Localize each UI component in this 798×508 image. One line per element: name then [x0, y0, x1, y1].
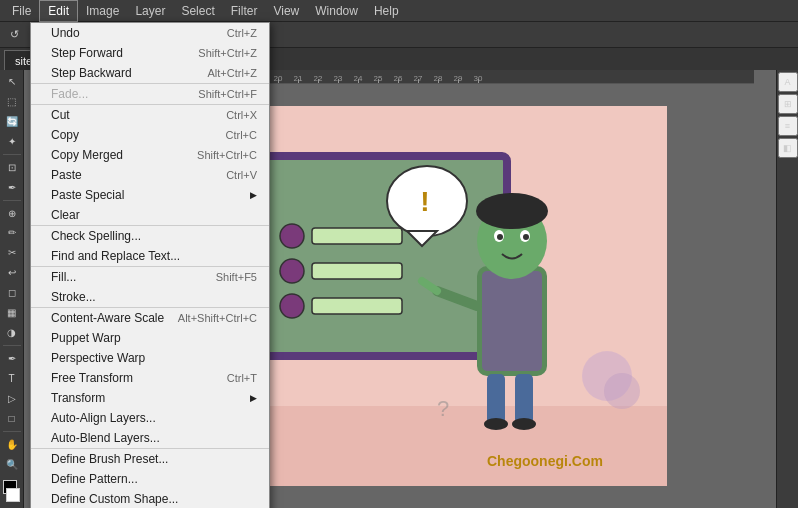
menu-clear[interactable]: Clear [31, 205, 269, 225]
menu-section-7: Define Brush Preset... Define Pattern...… [31, 449, 269, 508]
menu-cut-shortcut: Ctrl+X [226, 109, 257, 121]
menu-help[interactable]: Help [366, 0, 407, 22]
menu-select[interactable]: Select [173, 0, 222, 22]
tool-dodge[interactable]: ◑ [1, 323, 23, 342]
tool-divider-3 [3, 345, 21, 346]
menu-auto-blend-label: Auto-Blend Layers... [51, 431, 160, 445]
menu-section-3: Cut Ctrl+X Copy Ctrl+C Copy Merged Shift… [31, 105, 269, 226]
tool-move[interactable]: ↖ [1, 72, 23, 91]
menu-define-custom-shape[interactable]: Define Custom Shape... [31, 489, 269, 508]
menu-free-transform[interactable]: Free Transform Ctrl+T [31, 368, 269, 388]
menu-fade-label: Fade... [51, 87, 88, 101]
menu-filter[interactable]: Filter [223, 0, 266, 22]
menu-paste-special-label: Paste Special [51, 188, 124, 202]
svg-text:Chegoonegi.Com: Chegoonegi.Com [487, 453, 603, 469]
menu-content-aware-scale-shortcut: Alt+Shift+Ctrl+C [178, 312, 257, 324]
toolbar-undo[interactable]: ↺ [4, 24, 25, 46]
tick-25: 25 [368, 74, 388, 83]
menu-check-spelling[interactable]: Check Spelling... [31, 226, 269, 246]
menu-clear-label: Clear [51, 208, 80, 222]
svg-rect-7 [312, 228, 402, 244]
menu-image[interactable]: Image [78, 0, 127, 22]
menu-window[interactable]: Window [307, 0, 366, 22]
menu-file[interactable]: File [4, 0, 39, 22]
menu-paste-special[interactable]: Paste Special [31, 185, 269, 205]
menu-cut[interactable]: Cut Ctrl+X [31, 105, 269, 125]
menu-perspective-warp-label: Perspective Warp [51, 351, 145, 365]
menu-puppet-warp[interactable]: Puppet Warp [31, 328, 269, 348]
menu-define-custom-shape-label: Define Custom Shape... [51, 492, 178, 506]
svg-point-8 [280, 259, 304, 283]
menu-step-forward-shortcut: Shift+Ctrl+Z [198, 47, 257, 59]
menu-copy[interactable]: Copy Ctrl+C [31, 125, 269, 145]
panel-btn-2[interactable]: ⊞ [778, 94, 798, 114]
panel-btn-4[interactable]: ◧ [778, 138, 798, 158]
svg-text:?: ? [437, 396, 449, 421]
menu-edit[interactable]: Edit [39, 0, 78, 22]
menu-define-pattern[interactable]: Define Pattern... [31, 469, 269, 489]
tool-zoom[interactable]: 🔍 [1, 455, 23, 474]
color-swatches [1, 476, 22, 506]
tick-28: 28 [428, 74, 448, 83]
menu-undo[interactable]: Undo Ctrl+Z [31, 23, 269, 43]
menu-layer[interactable]: Layer [127, 0, 173, 22]
menu-paste[interactable]: Paste Ctrl+V [31, 165, 269, 185]
tool-path-select[interactable]: ▷ [1, 389, 23, 408]
tool-type[interactable]: T [1, 369, 23, 388]
svg-rect-14 [482, 271, 542, 371]
tool-shape[interactable]: □ [1, 409, 23, 428]
menu-auto-blend[interactable]: Auto-Blend Layers... [31, 428, 269, 448]
tools-panel: ↖ ⬚ 🔄 ✦ ⊡ ✒ ⊕ ✏ ✂ ↩ ◻ ▦ ◑ ✒ T ▷ □ ✋ 🔍 [0, 70, 24, 508]
menu-fill-shortcut: Shift+F5 [216, 271, 257, 283]
panel-btn-1[interactable]: A [778, 72, 798, 92]
tool-brush[interactable]: ✏ [1, 224, 23, 243]
tool-stamp[interactable]: ✂ [1, 243, 23, 262]
tool-heal[interactable]: ⊕ [1, 204, 23, 223]
menu-stroke[interactable]: Stroke... [31, 287, 269, 307]
menu-copy-merged[interactable]: Copy Merged Shift+Ctrl+C [31, 145, 269, 165]
menu-auto-align-label: Auto-Align Layers... [51, 411, 156, 425]
right-panel: A ⊞ ≡ ◧ [776, 70, 798, 508]
menu-define-brush[interactable]: Define Brush Preset... [31, 449, 269, 469]
tick-24: 24 [348, 74, 368, 83]
menu-free-transform-shortcut: Ctrl+T [227, 372, 257, 384]
menu-section-6: Content-Aware Scale Alt+Shift+Ctrl+C Pup… [31, 308, 269, 449]
menu-bar: File Edit Image Layer Select Filter View… [0, 0, 798, 22]
edit-dropdown-menu: Undo Ctrl+Z Step Forward Shift+Ctrl+Z St… [30, 22, 270, 508]
tool-magic-wand[interactable]: ✦ [1, 132, 23, 151]
svg-text:!: ! [420, 186, 429, 217]
menu-copy-shortcut: Ctrl+C [226, 129, 257, 141]
menu-define-pattern-label: Define Pattern... [51, 472, 138, 486]
tool-eraser[interactable]: ◻ [1, 283, 23, 302]
panel-btn-3[interactable]: ≡ [778, 116, 798, 136]
menu-view[interactable]: View [265, 0, 307, 22]
tick-22: 22 [308, 74, 328, 83]
tool-pen[interactable]: ✒ [1, 349, 23, 368]
tick-21: 21 [288, 74, 308, 83]
tool-crop[interactable]: ⊡ [1, 158, 23, 177]
menu-transform-label: Transform [51, 391, 105, 405]
svg-rect-9 [312, 263, 402, 279]
menu-auto-align[interactable]: Auto-Align Layers... [31, 408, 269, 428]
menu-section-2: Fade... Shift+Ctrl+F [31, 84, 269, 105]
svg-point-16 [476, 193, 548, 229]
menu-step-backward-label: Step Backward [51, 66, 132, 80]
tool-select-rect[interactable]: ⬚ [1, 92, 23, 111]
tool-hand[interactable]: ✋ [1, 435, 23, 454]
menu-perspective-warp[interactable]: Perspective Warp [31, 348, 269, 368]
menu-step-forward[interactable]: Step Forward Shift+Ctrl+Z [31, 43, 269, 63]
menu-content-aware-scale[interactable]: Content-Aware Scale Alt+Shift+Ctrl+C [31, 308, 269, 328]
menu-fill[interactable]: Fill... Shift+F5 [31, 267, 269, 287]
svg-rect-23 [487, 374, 505, 424]
menu-find-replace[interactable]: Find and Replace Text... [31, 246, 269, 266]
menu-step-backward[interactable]: Step Backward Alt+Ctrl+Z [31, 63, 269, 83]
menu-undo-label: Undo [51, 26, 80, 40]
tool-eyedropper[interactable]: ✒ [1, 178, 23, 197]
tick-30: 30 [468, 74, 488, 83]
svg-point-26 [512, 418, 536, 430]
menu-transform[interactable]: Transform [31, 388, 269, 408]
tool-history[interactable]: ↩ [1, 263, 23, 282]
background-color[interactable] [6, 488, 20, 502]
tool-gradient[interactable]: ▦ [1, 303, 23, 322]
tool-lasso[interactable]: 🔄 [1, 112, 23, 131]
